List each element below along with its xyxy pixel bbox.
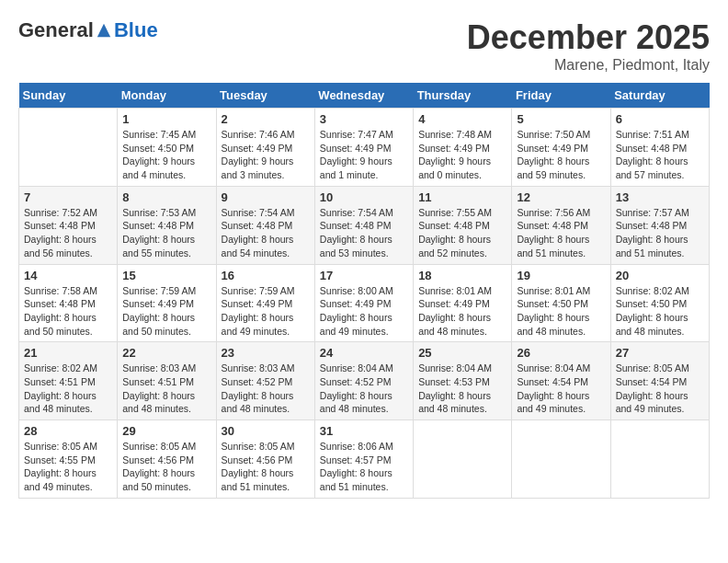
- day-number: 23: [222, 346, 310, 360]
- day-info: Sunrise: 8:05 AMSunset: 4:56 PMDaylight:…: [122, 440, 210, 494]
- day-info: Sunrise: 8:03 AMSunset: 4:51 PMDaylight:…: [122, 362, 210, 416]
- day-number: 6: [616, 112, 704, 126]
- calendar-cell: 30Sunrise: 8:05 AMSunset: 4:56 PMDayligh…: [216, 420, 314, 499]
- logo-blue-text: Blue: [114, 18, 158, 42]
- calendar-cell: 31Sunrise: 8:06 AMSunset: 4:57 PMDayligh…: [314, 420, 413, 499]
- calendar-cell: 20Sunrise: 8:02 AMSunset: 4:50 PMDayligh…: [610, 264, 709, 342]
- calendar-week-5: 28Sunrise: 8:05 AMSunset: 4:55 PMDayligh…: [19, 420, 710, 499]
- calendar-cell: 18Sunrise: 8:01 AMSunset: 4:49 PMDayligh…: [414, 264, 512, 342]
- day-number: 30: [222, 424, 310, 438]
- day-number: 21: [24, 346, 112, 360]
- day-number: 16: [222, 269, 310, 282]
- day-info: Sunrise: 7:58 AMSunset: 4:48 PMDaylight:…: [24, 284, 112, 339]
- day-info: Sunrise: 8:05 AMSunset: 4:56 PMDaylight:…: [222, 440, 310, 494]
- calendar-cell: 27Sunrise: 8:05 AMSunset: 4:54 PMDayligh…: [610, 342, 709, 420]
- day-info: Sunrise: 7:53 AMSunset: 4:48 PMDaylight:…: [122, 206, 210, 260]
- day-number: 22: [122, 346, 210, 360]
- day-info: Sunrise: 7:47 AMSunset: 4:49 PMDaylight:…: [320, 128, 408, 182]
- calendar-header-row: SundayMondayTuesdayWednesdayThursdayFrid…: [19, 83, 710, 109]
- location: Marene, Piedmont, Italy: [467, 57, 710, 74]
- day-number: 4: [418, 112, 506, 126]
- day-info: Sunrise: 7:59 AMSunset: 4:49 PMDaylight:…: [222, 284, 310, 339]
- day-number: 29: [122, 424, 210, 438]
- calendar-weekday-wednesday: Wednesday: [314, 83, 413, 109]
- calendar-cell: 19Sunrise: 8:01 AMSunset: 4:50 PMDayligh…: [512, 264, 610, 342]
- calendar-cell: 29Sunrise: 8:05 AMSunset: 4:56 PMDayligh…: [118, 420, 216, 499]
- calendar-table: SundayMondayTuesdayWednesdayThursdayFrid…: [18, 83, 710, 499]
- day-number: 8: [122, 190, 210, 204]
- day-info: Sunrise: 7:51 AMSunset: 4:48 PMDaylight:…: [616, 128, 704, 182]
- day-number: 5: [517, 112, 605, 126]
- calendar-cell: 2Sunrise: 7:46 AMSunset: 4:49 PMDaylight…: [216, 109, 314, 187]
- calendar-cell: 4Sunrise: 7:48 AMSunset: 4:49 PMDaylight…: [414, 109, 512, 187]
- calendar-cell: 12Sunrise: 7:56 AMSunset: 4:48 PMDayligh…: [512, 186, 610, 264]
- day-number: 11: [418, 190, 506, 204]
- calendar-cell: 28Sunrise: 8:05 AMSunset: 4:55 PMDayligh…: [19, 420, 118, 499]
- calendar-cell: [512, 420, 610, 499]
- day-number: 13: [616, 190, 704, 204]
- calendar-cell: 8Sunrise: 7:53 AMSunset: 4:48 PMDaylight…: [118, 186, 216, 264]
- day-number: 2: [222, 112, 310, 126]
- calendar-cell: 9Sunrise: 7:54 AMSunset: 4:48 PMDaylight…: [216, 186, 314, 264]
- month-title: December 2025: [467, 18, 710, 57]
- day-number: 26: [517, 346, 605, 360]
- page-header: General Blue December 2025 Marene, Piedm…: [18, 18, 710, 74]
- calendar-cell: 16Sunrise: 7:59 AMSunset: 4:49 PMDayligh…: [216, 264, 314, 342]
- calendar-cell: 13Sunrise: 7:57 AMSunset: 4:48 PMDayligh…: [610, 186, 709, 264]
- day-info: Sunrise: 8:05 AMSunset: 4:54 PMDaylight:…: [616, 362, 704, 416]
- calendar-weekday-tuesday: Tuesday: [216, 83, 314, 109]
- day-number: 14: [24, 269, 112, 282]
- day-info: Sunrise: 7:59 AMSunset: 4:49 PMDaylight:…: [122, 284, 210, 339]
- day-info: Sunrise: 8:03 AMSunset: 4:52 PMDaylight:…: [222, 362, 310, 416]
- logo-general-text: General: [18, 18, 94, 42]
- calendar-cell: [19, 109, 118, 187]
- calendar-cell: 1Sunrise: 7:45 AMSunset: 4:50 PMDaylight…: [118, 109, 216, 187]
- calendar-weekday-monday: Monday: [118, 83, 216, 109]
- calendar-cell: 26Sunrise: 8:04 AMSunset: 4:54 PMDayligh…: [512, 342, 610, 420]
- calendar-cell: 22Sunrise: 8:03 AMSunset: 4:51 PMDayligh…: [118, 342, 216, 420]
- calendar-cell: 25Sunrise: 8:04 AMSunset: 4:53 PMDayligh…: [414, 342, 512, 420]
- calendar-cell: 6Sunrise: 7:51 AMSunset: 4:48 PMDaylight…: [610, 109, 709, 187]
- calendar-week-1: 1Sunrise: 7:45 AMSunset: 4:50 PMDaylight…: [19, 109, 710, 187]
- calendar-cell: 21Sunrise: 8:02 AMSunset: 4:51 PMDayligh…: [19, 342, 118, 420]
- calendar-weekday-friday: Friday: [512, 83, 610, 109]
- day-info: Sunrise: 8:01 AMSunset: 4:50 PMDaylight:…: [517, 284, 605, 339]
- calendar-cell: 3Sunrise: 7:47 AMSunset: 4:49 PMDaylight…: [314, 109, 413, 187]
- logo-icon: [96, 22, 112, 39]
- day-number: 3: [320, 112, 408, 126]
- calendar-cell: [610, 420, 709, 499]
- calendar-cell: 17Sunrise: 8:00 AMSunset: 4:49 PMDayligh…: [314, 264, 413, 342]
- day-number: 31: [320, 424, 408, 438]
- day-number: 25: [418, 346, 506, 360]
- logo: General Blue: [18, 18, 158, 42]
- day-number: 7: [24, 190, 112, 204]
- day-number: 12: [517, 190, 605, 204]
- day-info: Sunrise: 7:54 AMSunset: 4:48 PMDaylight:…: [222, 206, 310, 260]
- day-info: Sunrise: 7:46 AMSunset: 4:49 PMDaylight:…: [222, 128, 310, 182]
- day-info: Sunrise: 8:02 AMSunset: 4:51 PMDaylight:…: [24, 362, 112, 416]
- day-info: Sunrise: 7:48 AMSunset: 4:49 PMDaylight:…: [418, 128, 506, 182]
- day-info: Sunrise: 7:57 AMSunset: 4:48 PMDaylight:…: [616, 206, 704, 260]
- day-number: 10: [320, 190, 408, 204]
- day-number: 20: [616, 269, 704, 282]
- day-info: Sunrise: 8:01 AMSunset: 4:49 PMDaylight:…: [418, 284, 506, 339]
- calendar-week-3: 14Sunrise: 7:58 AMSunset: 4:48 PMDayligh…: [19, 264, 710, 342]
- day-number: 15: [122, 269, 210, 282]
- calendar-weekday-saturday: Saturday: [610, 83, 709, 109]
- day-number: 24: [320, 346, 408, 360]
- day-number: 28: [24, 424, 112, 438]
- day-number: 9: [222, 190, 310, 204]
- day-number: 18: [418, 269, 506, 282]
- day-number: 19: [517, 269, 605, 282]
- day-info: Sunrise: 8:04 AMSunset: 4:52 PMDaylight:…: [320, 362, 408, 416]
- day-info: Sunrise: 7:52 AMSunset: 4:48 PMDaylight:…: [24, 206, 112, 260]
- day-info: Sunrise: 7:55 AMSunset: 4:48 PMDaylight:…: [418, 206, 506, 260]
- day-info: Sunrise: 8:04 AMSunset: 4:53 PMDaylight:…: [418, 362, 506, 416]
- calendar-cell: 23Sunrise: 8:03 AMSunset: 4:52 PMDayligh…: [216, 342, 314, 420]
- calendar-weekday-sunday: Sunday: [19, 83, 118, 109]
- title-block: December 2025 Marene, Piedmont, Italy: [467, 18, 710, 74]
- calendar-week-2: 7Sunrise: 7:52 AMSunset: 4:48 PMDaylight…: [19, 186, 710, 264]
- day-number: 17: [320, 269, 408, 282]
- calendar-cell: 24Sunrise: 8:04 AMSunset: 4:52 PMDayligh…: [314, 342, 413, 420]
- day-info: Sunrise: 8:05 AMSunset: 4:55 PMDaylight:…: [24, 440, 112, 494]
